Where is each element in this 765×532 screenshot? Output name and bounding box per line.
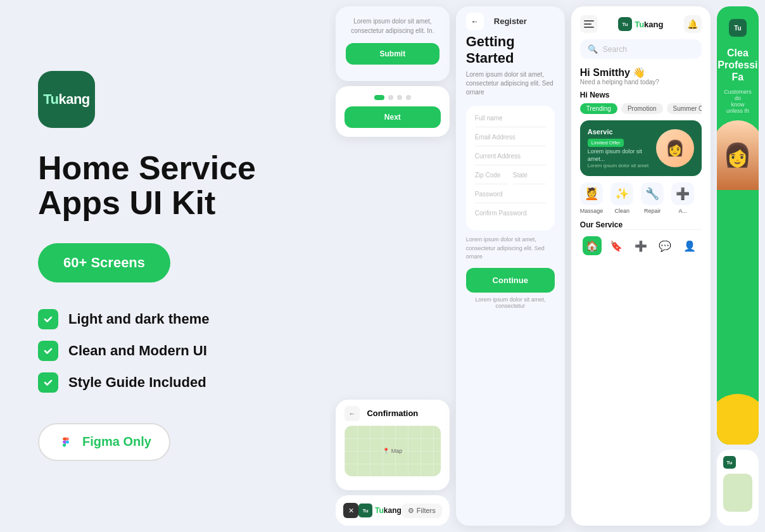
person-image: 👩 [717, 120, 759, 190]
feature-style-label: Style Guide Included [68, 374, 206, 391]
home-logo-name: Tukang [635, 20, 663, 29]
nav-bookmark[interactable]: 🔖 [607, 236, 626, 255]
check-icon-ui [38, 341, 58, 361]
service-massage[interactable]: 💆 Massage [580, 182, 604, 214]
tag-promotion[interactable]: Promotion [621, 103, 663, 114]
nav-profile[interactable]: 👤 [680, 236, 699, 255]
massage-icon: 💆 [580, 182, 603, 205]
continue-button[interactable]: Continue [466, 268, 555, 293]
bottom-strip-card: ✕ Tu Tukang ⚙ Filters [336, 495, 450, 526]
fullname-label: Full name [475, 115, 546, 122]
form-footer-text: Lorem ipsum dolor sit amet, consectetur … [466, 236, 555, 262]
filter-label: Filters [417, 507, 436, 514]
left-panel: Tukang Home Service Apps UI Kit 60+ Scre… [0, 0, 329, 532]
screens-button[interactable]: 60+ Screens [38, 243, 170, 282]
mockup-col-1: Lorem ipsum dolor sit amet, consectetur … [336, 6, 450, 526]
search-icon: 🔍 [588, 44, 598, 54]
strip-logo-icon: Tu [358, 504, 372, 517]
menu-icon[interactable] [580, 15, 598, 33]
feature-theme: Light and dark theme [38, 309, 291, 329]
massage-label: Massage [580, 208, 604, 214]
green-promo-card: Tu CleaProfessiFa Customers doknow unles… [717, 6, 759, 445]
tag-summer[interactable]: Summer Offer [667, 103, 702, 114]
home-topbar: Tu Tukang 🔔 [580, 15, 702, 33]
service-more[interactable]: ➕ A... [671, 182, 694, 214]
promo-sub: Lorem ipsum dolor sit amet [588, 163, 651, 168]
greeting-sub: Need a helping hand today? [580, 79, 702, 86]
bottom-note: Lorem ipsum dolor sit amet, consectetur [466, 296, 555, 309]
strip-logo: Tu Tukang [358, 504, 401, 517]
address-field[interactable]: Current Address [475, 153, 546, 165]
state-label: State [513, 172, 546, 179]
spacer-1 [336, 142, 450, 395]
figma-label: Figma Only [82, 434, 151, 449]
services-row: 💆 Massage ✨ Clean 🔧 Repair ➕ A... [580, 182, 702, 214]
register-title: Register [494, 16, 527, 26]
green-promo-sub: Customers doknow unless th [724, 89, 752, 114]
tag-trending[interactable]: Trending [580, 103, 617, 114]
nav-chat[interactable]: 💬 [655, 236, 674, 255]
dot-2 [388, 95, 393, 100]
partial-logo-icon: Tu [723, 456, 736, 469]
password-field[interactable]: Password [475, 191, 546, 203]
confirm-password-field[interactable]: Confirm Password [475, 210, 546, 222]
register-back-button[interactable]: ← [466, 13, 484, 30]
zip-field[interactable]: Zip Code [475, 172, 508, 184]
email-field[interactable]: Email Address [475, 134, 546, 146]
features-list: Light and dark theme Clean and Modern UI… [38, 309, 291, 393]
map-label: 📍 Map [382, 448, 402, 454]
nav-add[interactable]: ➕ [631, 236, 650, 255]
promo-brand: Aservic [588, 128, 651, 136]
check-icon-style [38, 372, 58, 393]
right-panel: Lorem ipsum dolor sit amet, consectetur … [329, 0, 765, 532]
getting-started-sub: Lorem ipsum dolor sit amet, consectetur … [466, 70, 555, 97]
nav-home[interactable]: 🏠 [583, 236, 602, 255]
more-icon: ➕ [671, 182, 694, 205]
promo-desc: Lorem ipsum dolor sit amet... [588, 148, 651, 163]
registration-form: Full name Email Address Current Address … [466, 106, 555, 231]
confirm-header: ← Confirmation [345, 408, 441, 418]
map-area: 📍 Map [345, 426, 441, 476]
promo-content: Aservic Limited Offer Lorem ipsum dolor … [588, 128, 651, 168]
promo-banner: Aservic Limited Offer Lorem ipsum dolor … [580, 120, 702, 176]
dot-4 [406, 95, 411, 100]
mockup-col-4: Tu CleaProfessiFa Customers doknow unles… [717, 6, 759, 526]
search-bar[interactable]: 🔍 Search [580, 39, 702, 59]
confirm-card: ← Confirmation 📍 Map [336, 400, 450, 490]
next-card: Next [336, 86, 450, 137]
svg-rect-2 [584, 27, 594, 28]
submit-text: Lorem ipsum dolor sit amet, consectetur … [346, 16, 439, 35]
confirm-password-label: Confirm Password [475, 210, 546, 217]
fullname-field[interactable]: Full name [475, 115, 546, 127]
submit-button[interactable]: Submit [346, 43, 439, 65]
logo-text: Tukang [43, 91, 90, 108]
dot-3 [397, 95, 402, 100]
partial-map [723, 474, 752, 512]
register-header: ← Register [466, 16, 555, 26]
email-label: Email Address [475, 134, 546, 141]
mockup-col-3: Tu Tukang 🔔 🔍 Search Hi Smitthy 👋 Need a… [571, 6, 711, 526]
service-clean[interactable]: ✨ Clean [610, 182, 633, 214]
confirm-back-button[interactable]: ← [345, 406, 360, 421]
greeting-name: Hi Smitthy 👋 [580, 66, 702, 79]
green-promo-heading: CleaProfessiFa [718, 47, 757, 84]
next-button[interactable]: Next [345, 106, 441, 128]
zip-state-row: Zip Code State [475, 172, 546, 184]
mockup-col-2: ← Register Getting Started Lorem ipsum d… [456, 6, 565, 526]
svg-rect-1 [584, 23, 591, 25]
partial-card-header: Tu [723, 456, 752, 469]
state-field[interactable]: State [513, 172, 546, 184]
repair-label: Repair [644, 208, 661, 214]
strip-logo-text: Tukang [375, 506, 401, 515]
strip-filter-button[interactable]: ⚙ Filters [401, 504, 442, 518]
service-repair[interactable]: 🔧 Repair [641, 182, 664, 214]
app-logo: Tukang [38, 71, 95, 128]
notification-icon[interactable]: 🔔 [684, 15, 702, 33]
our-service-title: Our Service [580, 220, 702, 229]
figma-button[interactable]: Figma Only [38, 423, 170, 461]
filter-icon: ⚙ [408, 507, 414, 515]
strip-close-button[interactable]: ✕ [343, 503, 358, 518]
news-section: Hi News Trending Promotion Summer Offer … [580, 91, 702, 114]
feature-ui-label: Clean and Modern UI [68, 343, 207, 359]
feature-style: Style Guide Included [38, 372, 291, 393]
